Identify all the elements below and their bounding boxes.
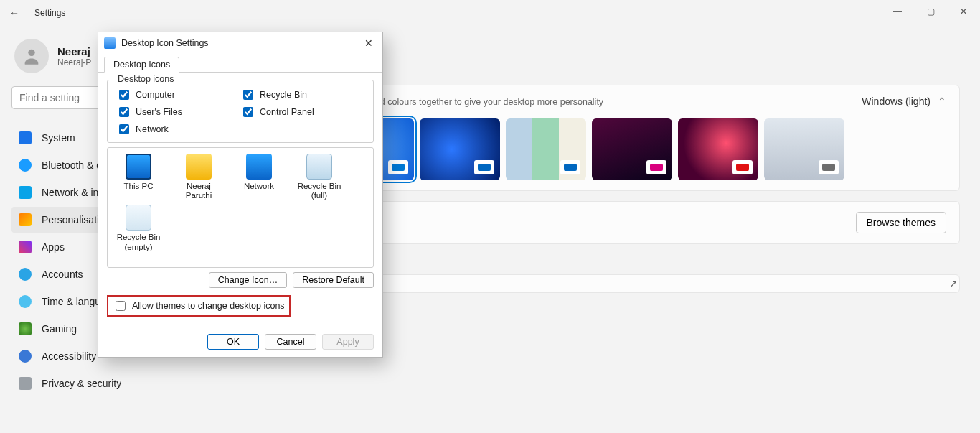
folder-icon [186, 154, 212, 180]
cancel-button[interactable]: Cancel [265, 334, 316, 350]
current-theme-name: Windows (light) [862, 96, 930, 107]
accessibility-icon [19, 350, 32, 363]
user-icon [22, 46, 42, 66]
icon-label: Neeraj Paruthi [186, 182, 212, 200]
open-external-icon: ↗ [949, 278, 958, 289]
avatar [14, 39, 49, 73]
checkbox-users-files[interactable]: User's Files [116, 105, 240, 119]
maximize-button[interactable]: ▢ [914, 0, 947, 23]
paintbrush-icon [19, 213, 32, 226]
dialog-icon [104, 37, 116, 49]
icon-network[interactable]: Network [234, 154, 284, 200]
browse-themes-button[interactable]: Browse themes [856, 212, 946, 233]
svg-point-0 [28, 50, 34, 56]
user-name: Neeraj [57, 45, 91, 57]
system-icon [19, 131, 32, 144]
tab-desktop-icons[interactable]: Desktop Icons [104, 57, 179, 73]
allow-themes-checkbox-row[interactable]: Allow themes to change desktop icons [107, 295, 291, 317]
checkbox-label: Control Panel [260, 107, 314, 117]
recycle-bin-empty-icon [126, 205, 151, 231]
chevron-up-icon: ⌃ [938, 96, 946, 107]
dialog-title: Desktop Icon Settings [121, 38, 209, 48]
accent-badge [560, 160, 580, 174]
dialog-titlebar[interactable]: Desktop Icon Settings [98, 32, 382, 54]
person-icon [19, 268, 32, 281]
icon-label: Network [244, 182, 274, 190]
theme-thumb[interactable] [678, 118, 758, 180]
accent-badge [819, 160, 839, 174]
checkbox-computer[interactable]: Computer [116, 88, 240, 102]
checkbox-label: Computer [136, 90, 175, 100]
accent-badge [388, 160, 408, 174]
checkbox-control-panel[interactable]: Control Panel [240, 105, 364, 119]
close-window-button[interactable]: ✕ [947, 0, 980, 23]
monitor-icon [126, 154, 151, 180]
checkbox-input[interactable] [243, 107, 253, 117]
window-title: Settings [34, 8, 65, 18]
shield-icon [19, 377, 32, 390]
wifi-icon [19, 186, 32, 199]
theme-thumb[interactable] [420, 118, 500, 180]
back-button[interactable]: ← [6, 7, 23, 19]
minimize-button[interactable]: — [881, 0, 914, 23]
settings-titlebar: ← Settings [0, 0, 980, 26]
nav-label: Accessibility [42, 350, 96, 362]
nav-label: Privacy & security [42, 378, 121, 389]
allow-themes-checkbox[interactable] [116, 301, 126, 311]
group-legend: Desktop icons [115, 74, 177, 84]
accent-badge [732, 160, 753, 174]
accent-badge [474, 160, 494, 174]
theme-thumb[interactable] [764, 118, 844, 180]
icon-label: This PC [124, 182, 154, 190]
user-email: Neeraj-P [57, 57, 91, 67]
checkbox-label: User's Files [136, 107, 182, 117]
icon-this-pc[interactable]: This PC [113, 154, 164, 200]
dialog-footer: OK Cancel Apply [207, 334, 374, 350]
gaming-icon [19, 322, 32, 335]
icon-preview-box: This PC Neeraj Paruthi Network Recycle B… [107, 147, 374, 268]
nav-privacy[interactable]: Privacy & security [11, 371, 211, 396]
accent-badge [646, 160, 666, 174]
nav-label: Gaming [42, 323, 77, 335]
apps-icon [19, 241, 32, 253]
checkbox-input[interactable] [119, 107, 129, 117]
desktop-icons-group: Desktop icons Computer Recycle Bin User'… [107, 80, 374, 143]
dialog-tabstrip: Desktop Icons [98, 54, 382, 73]
checkbox-label: Network [136, 124, 169, 134]
icon-recycle-full[interactable]: Recycle Bin (full) [294, 154, 344, 200]
checkbox-input[interactable] [243, 90, 253, 100]
window-controls: — ▢ ✕ [881, 0, 980, 23]
allow-themes-label: Allow themes to change desktop icons [132, 301, 285, 311]
icon-label: Recycle Bin (full) [298, 182, 341, 200]
icon-user-folder[interactable]: Neeraj Paruthi [174, 154, 224, 200]
ok-button[interactable]: OK [207, 334, 259, 350]
nav-label: Apps [42, 241, 65, 253]
apply-button[interactable]: Apply [322, 334, 374, 350]
icon-label: Recycle Bin (empty) [117, 233, 161, 251]
checkbox-label: Recycle Bin [260, 90, 307, 100]
change-icon-button[interactable]: Change Icon… [209, 272, 287, 288]
theme-thumb[interactable] [506, 118, 586, 180]
theme-thumb[interactable] [592, 118, 672, 180]
bluetooth-icon [19, 159, 32, 172]
dialog-close-button[interactable]: ✕ [359, 35, 378, 51]
desktop-icon-settings-dialog: Desktop Icon Settings ✕ Desktop Icons De… [98, 32, 383, 358]
recycle-bin-full-icon [306, 154, 332, 180]
clock-icon [19, 295, 32, 308]
network-icon [246, 154, 272, 180]
icon-recycle-empty[interactable]: Recycle Bin (empty) [113, 205, 164, 251]
nav-label: Accounts [42, 269, 83, 280]
dialog-body: Desktop icons Computer Recycle Bin User'… [98, 73, 382, 322]
nav-label: System [42, 132, 75, 144]
checkbox-network[interactable]: Network [116, 122, 240, 136]
restore-default-button[interactable]: Restore Default [293, 272, 374, 288]
checkbox-input[interactable] [119, 124, 129, 134]
checkbox-recycle-bin[interactable]: Recycle Bin [240, 88, 364, 102]
checkbox-input[interactable] [119, 90, 129, 100]
